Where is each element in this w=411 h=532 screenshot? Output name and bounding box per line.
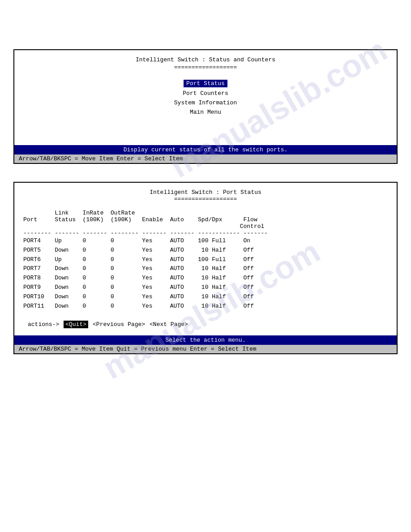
actions-label: actions-> [28,321,59,328]
table-row: PORT8 Down 0 0 Yes AUTO 10 Half Off [23,274,388,283]
box2-underline: ================== [23,196,388,202]
col-divider: -------- ------- ------- -------- ------… [23,230,388,236]
table-row: PORT7 Down 0 0 Yes AUTO 10 Half Off [23,264,388,274]
menu-item-main-menu[interactable]: Main Menu [190,109,221,116]
table-row: PORT4 Up 0 0 Yes AUTO 100 Full On [23,236,388,246]
box1-hint-bar: Arrow/TAB/BKSPC = Move Item Enter = Sele… [14,154,397,163]
col-headers-line2: Port Status (100K) (100K) Enable Auto Sp… [23,216,388,223]
box2-status-bar: Select the action menu. [14,335,397,345]
actions-bar: actions-> <Quit> <Previous Page> <Next P… [23,318,388,331]
action-quit[interactable]: <Quit> [64,321,88,328]
box2-title: Intelligent Switch : Port Status [23,189,388,196]
menu-item-system-info[interactable]: System Information [174,99,237,106]
table-row: PORT6 Up 0 0 Yes AUTO 100 Full Off [23,255,388,265]
table-row: PORT11 Down 0 0 Yes AUTO 10 Half Off [23,302,388,311]
menu-item-port-counters[interactable]: Port Counters [183,90,228,97]
box1-status-bar: Display current status of all the switch… [14,145,397,154]
menu-item-port-status[interactable]: Port Status [184,80,227,87]
table-row: PORT9 Down 0 0 Yes AUTO 10 Half Off [23,283,388,292]
terminal-box-2: Intelligent Switch : Port Status =======… [13,182,398,354]
table-row: PORT5 Down 0 0 Yes AUTO 10 Half Off [23,246,388,255]
action-next[interactable]: <Next Page> [150,321,188,328]
box2-hint-bar: Arrow/TAB/BKSPC = Move Item Quit = Previ… [14,345,397,353]
col-headers-line3: Control [23,223,388,230]
action-prev[interactable]: <Previous Page> [93,321,145,328]
box1-title: Intelligent Switch : Status and Counters [23,56,388,63]
table-row: PORT10 Down 0 0 Yes AUTO 10 Half Off [23,292,388,302]
port-rows: PORT4 Up 0 0 Yes AUTO 100 Full On PORT5 … [23,236,388,311]
col-headers-line1: Link InRate OutRate [23,210,388,216]
terminal-box-1: Intelligent Switch : Status and Counters… [13,49,398,164]
box1-underline: ================== [23,64,388,71]
